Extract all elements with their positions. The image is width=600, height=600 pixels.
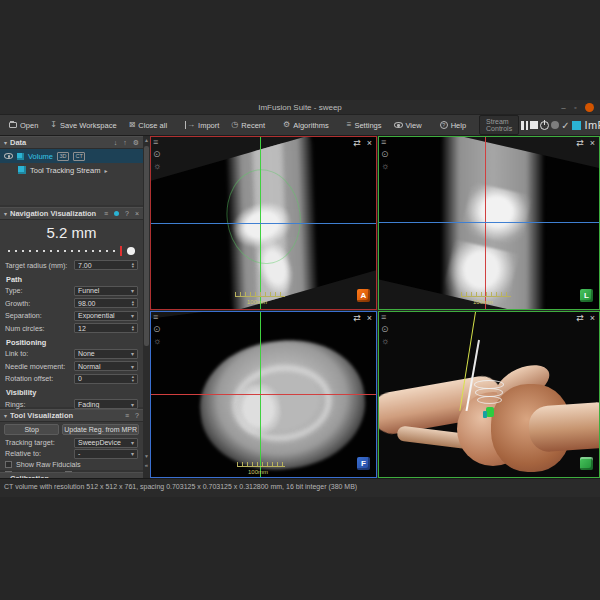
badge-3d: 3D — [57, 152, 69, 161]
maximize-icon[interactable]: × — [590, 139, 595, 148]
relative-to-select[interactable]: - ▾ — [74, 449, 138, 459]
viewport-top-right[interactable]: ≡ ⊙ ☼ ⇄ × 100mm L — [378, 136, 600, 310]
nav-panel-header[interactable]: ▾ Navigation Visualization ≡ ? × — [0, 207, 143, 220]
pause-button[interactable] — [521, 118, 528, 133]
menu-icon[interactable]: ≡ — [153, 313, 161, 322]
minimize-button[interactable]: – — [559, 104, 568, 112]
maximize-icon[interactable]: × — [590, 314, 595, 323]
volume-list-item[interactable]: Volume 3D CT — [0, 149, 143, 163]
update-reg-button[interactable]: Update Reg. from MPR — [62, 424, 139, 435]
reset-view-icon[interactable]: ⊙ — [381, 150, 389, 159]
relative-to-value: - — [78, 450, 131, 457]
trajectory-slider[interactable] — [8, 245, 135, 257]
spinner-arrows-icon[interactable]: ▴▾ — [132, 325, 134, 332]
growth-value: 98.00 — [78, 300, 132, 307]
target-radius-spinbox[interactable]: 7.00 ▴▾ — [74, 260, 138, 270]
brightness-icon[interactable]: ☼ — [381, 162, 389, 171]
crosshair-horizontal-blue[interactable] — [151, 223, 376, 224]
save-workspace-button[interactable]: ↧ Save Workspace — [45, 119, 121, 132]
menu-icon[interactable]: ≡ — [381, 138, 389, 147]
swap-views-icon[interactable]: ⇄ — [576, 314, 584, 323]
spinner-arrows-icon[interactable]: ▴▾ — [132, 262, 134, 269]
link-to-select[interactable]: None ▾ — [74, 349, 138, 359]
growth-spinbox[interactable]: 98.00 ▴▾ — [74, 298, 138, 308]
expand-arrow-icon[interactable]: ▸ — [104, 167, 107, 174]
move-down-icon[interactable]: ↓ — [114, 139, 118, 147]
tracking-target-select[interactable]: SweepDevice ▾ — [74, 438, 138, 448]
brightness-icon[interactable]: ☼ — [153, 162, 161, 171]
type-select[interactable]: Funnel ▾ — [74, 286, 138, 296]
scrollbar-thumb[interactable] — [144, 146, 149, 346]
recent-button[interactable]: ◷ Recent — [226, 119, 270, 132]
view-button[interactable]: View — [389, 119, 427, 132]
swap-views-icon[interactable]: ⇄ — [576, 139, 584, 148]
spinner-arrows-icon[interactable]: ▴▾ — [132, 375, 134, 382]
close-all-button[interactable]: ⊠ Close all — [124, 119, 172, 132]
nav-panel-title: Navigation Visualization — [10, 209, 98, 218]
viewport-3d[interactable]: ≡ ⊙ ☼ ⇄ × — [378, 311, 600, 478]
crosshair-vertical-red[interactable] — [485, 137, 486, 309]
viewport-top-left[interactable]: ≡ ⊙ ☼ ⇄ × 100mm A — [150, 136, 377, 310]
open-button[interactable]: Open — [4, 119, 43, 132]
menu-icon[interactable]: ≡ — [125, 412, 129, 420]
visibility-eye-icon[interactable] — [4, 153, 13, 159]
data-panel-header[interactable]: ▾ Data ↓ ↑ ⚙ — [0, 136, 143, 149]
reset-view-icon[interactable]: ⊙ — [153, 325, 161, 334]
help-icon[interactable]: ? — [125, 210, 129, 218]
swap-views-icon[interactable]: ⇄ — [353, 139, 361, 148]
reset-view-icon[interactable]: ⊙ — [153, 150, 161, 159]
swap-views-icon[interactable]: ⇄ — [353, 314, 361, 323]
help-button[interactable]: ? Help — [435, 119, 471, 132]
tool-tracking-stream-item[interactable]: Tool Tracking Stream ▸ — [0, 163, 143, 177]
confirm-button[interactable]: ✓ — [561, 118, 569, 133]
slider-handle[interactable] — [127, 247, 135, 255]
needle-movement-select[interactable]: Normal ▾ — [74, 361, 138, 371]
orientation-badge-left[interactable]: L — [580, 289, 593, 302]
tool-panel-header[interactable]: ▾ Tool Visualization ≡ ? — [0, 409, 143, 422]
help-icon[interactable]: ? — [135, 412, 139, 420]
power-button[interactable] — [540, 118, 549, 133]
settings-button[interactable]: ≡ Settings — [342, 119, 387, 132]
algorithms-button[interactable]: ⚙ Algorithms — [278, 119, 334, 132]
maximize-icon[interactable]: × — [367, 314, 372, 323]
show-raw-fiducials-row[interactable]: Show Raw Fiducials — [0, 459, 143, 469]
move-up-icon[interactable]: ↑ — [123, 139, 127, 147]
gear-icon[interactable]: ⚙ — [133, 139, 139, 147]
crosshair-horizontal-blue[interactable] — [379, 222, 599, 223]
orientation-badge-anterior[interactable]: A — [357, 289, 370, 302]
brightness-icon[interactable]: ☼ — [381, 337, 389, 346]
target-radius-row: Target radius (mm): 7.00 ▴▾ — [0, 259, 143, 272]
import-button[interactable]: → Import — [180, 119, 224, 132]
checkbox-icon[interactable] — [5, 461, 12, 468]
help-icon: ? — [440, 121, 448, 129]
collapse-sidebar-icon[interactable]: « — [143, 462, 150, 468]
maximize-icon[interactable]: × — [367, 139, 372, 148]
rings-select[interactable]: Fading ▾ — [74, 399, 138, 409]
menu-icon[interactable]: ≡ — [104, 210, 108, 218]
stop-stream-button[interactable] — [530, 118, 538, 133]
viewport-bottom-left[interactable]: ≡ ⊙ ☼ ⇄ × 100mm F — [150, 311, 377, 478]
separation-select[interactable]: Exponential ▾ — [74, 311, 138, 321]
scroll-up-icon[interactable]: ▲ — [143, 136, 150, 144]
record-button[interactable] — [551, 118, 559, 133]
brightness-icon[interactable]: ☼ — [153, 337, 161, 346]
crosshair-horizontal-red[interactable] — [151, 394, 376, 395]
close-button[interactable] — [585, 103, 594, 112]
reset-view-icon[interactable]: ⊙ — [381, 325, 389, 334]
stream-controls-box[interactable]: Stream Controls — [479, 115, 519, 135]
close-icon[interactable]: × — [135, 210, 139, 218]
spinner-arrows-icon[interactable]: ▴▾ — [132, 300, 134, 307]
rotation-offset-spinbox[interactable]: 0 ▴▾ — [74, 374, 138, 384]
stop-button[interactable]: Stop — [4, 424, 59, 435]
menu-icon[interactable]: ≡ — [153, 138, 161, 147]
info-dot-icon[interactable] — [114, 211, 119, 216]
menu-icon[interactable]: ≡ — [381, 313, 389, 322]
maximize-button[interactable]: ▫ — [571, 104, 580, 112]
orientation-badge-feet[interactable]: F — [357, 457, 370, 470]
sidebar-scrollbar[interactable]: ▲ ▼ « — [143, 136, 150, 478]
scroll-down-icon[interactable]: ▼ — [143, 452, 150, 460]
rotation-offset-label: Rotation offset: — [5, 374, 70, 383]
slider-track[interactable] — [8, 250, 135, 252]
orientation-cube-3d[interactable] — [580, 457, 593, 470]
num-circles-spinbox[interactable]: 12 ▴▾ — [74, 323, 138, 333]
